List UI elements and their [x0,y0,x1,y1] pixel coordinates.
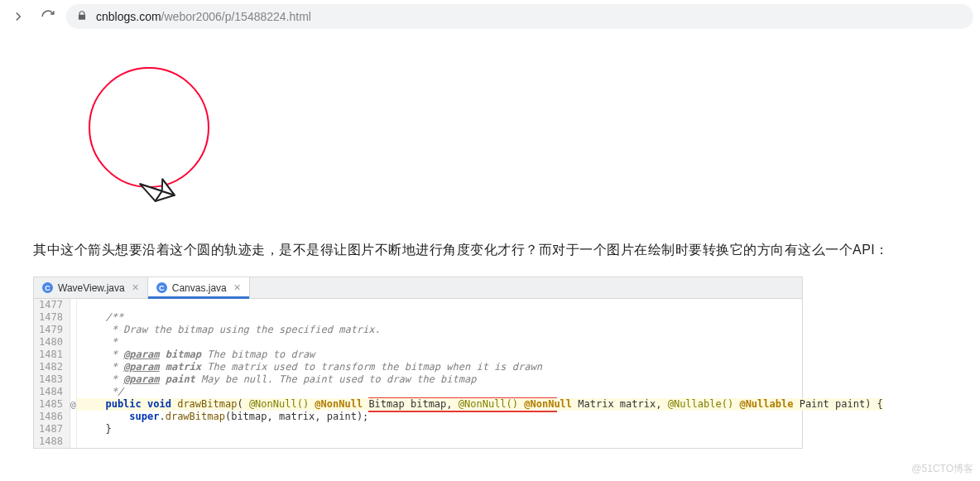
forward-button[interactable] [7,5,30,28]
url-text: cnblogs.com/webor2006/p/15488224.html [96,10,311,23]
tab-canvas[interactable]: C Canvas.java ✕ [148,277,250,298]
ide-panel: C WaveView.java ✕ C Canvas.java ✕ 147714… [33,277,803,449]
url-path: /webor2006/p/15488224.html [161,10,311,23]
circle-arrow-figure [33,45,240,219]
code-line: super.drawBitmap(bitmap, matrix, paint); [77,411,883,423]
article-paragraph: 其中这个箭头想要沿着这个圆的轨迹走，是不是得让图片不断地进行角度变化才行？而对于… [33,237,947,263]
code-line: * Draw the bitmap using the specified ma… [77,324,883,336]
code-line: * [77,336,883,349]
code-area: 1477147814791480148114821483148414851486… [34,299,802,448]
ide-tabbar: C WaveView.java ✕ C Canvas.java ✕ [34,277,802,299]
tab-waveview[interactable]: C WaveView.java ✕ [34,277,148,298]
line-gutter: 1477147814791480148114821483148414851486… [34,299,70,448]
close-icon[interactable]: ✕ [132,282,139,293]
code-line: * @param bitmap The bitmap to draw [77,349,883,361]
code-line: /** [77,311,883,324]
code-line: */ [77,386,883,398]
close-icon[interactable]: ✕ [233,282,241,293]
code-lines[interactable]: /** * Draw the bitmap using the specifie… [77,299,883,448]
page-content: 其中这个箭头想要沿着这个圆的轨迹走，是不是得让图片不断地进行角度变化才行？而对于… [0,45,980,449]
java-class-icon: C [156,282,167,293]
svg-point-0 [89,68,209,187]
tab-label: WaveView.java [58,282,125,294]
code-line [77,435,883,448]
lock-icon [76,10,88,24]
code-line: * @param matrix The matrix used to trans… [77,361,883,373]
java-class-icon: C [42,282,53,293]
reload-button[interactable] [36,5,60,28]
url-host: cnblogs.com [96,10,161,23]
browser-toolbar: cnblogs.com/webor2006/p/15488224.html [0,0,980,33]
address-bar[interactable]: cnblogs.com/webor2006/p/15488224.html [66,4,973,29]
margin-column: @ [70,299,77,448]
code-line: } [77,423,883,435]
watermark: @51CTO博客 [911,462,973,476]
code-line: public void drawBitmap( @NonNull() @NonN… [77,398,883,411]
code-line: * @param paint May be null. The paint us… [77,373,883,386]
code-line [77,299,883,311]
tab-label: Canvas.java [172,282,227,294]
